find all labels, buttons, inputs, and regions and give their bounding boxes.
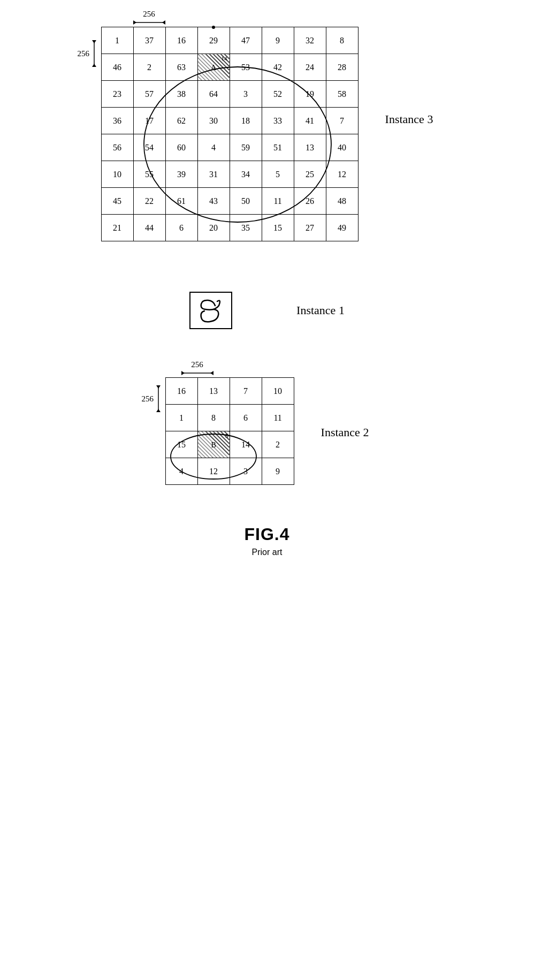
cell-4-4: 59 xyxy=(230,134,262,161)
i2-cell-1-1: 8 xyxy=(197,405,230,431)
cell-2-6: 19 xyxy=(294,81,326,108)
instance3-grid-container: 1 37 16 29 47 9 32 8 xyxy=(101,27,358,241)
fig4-title: FIG.4 xyxy=(244,525,289,544)
dot-marker xyxy=(212,26,215,29)
cell-1-1: 2 xyxy=(133,54,165,81)
i2-cell-0-0: 16 xyxy=(165,378,197,405)
i2-cell-3-0: 4 xyxy=(165,458,197,485)
cell-0-3-val: 29 xyxy=(209,36,218,45)
table-row: 21 44 6 20 35 15 27 49 xyxy=(101,215,358,241)
dim-top-arrow xyxy=(133,19,165,26)
svg-marker-1 xyxy=(133,20,136,25)
i2-cell-3-1: 12 xyxy=(197,458,230,485)
cell-1-6: 24 xyxy=(294,54,326,81)
cell-6-5: 11 xyxy=(262,188,294,215)
cell-3-5: 33 xyxy=(262,108,294,134)
i2-cell-2-2: 14 xyxy=(230,431,262,458)
instance2-grid-container: 16 13 7 10 1 8 6 11 xyxy=(165,377,294,485)
svg-marker-5 xyxy=(92,64,96,67)
cell-3-2: 62 xyxy=(165,108,197,134)
dim-top: 256 xyxy=(133,10,165,26)
table-row: 36 17 62 30 18 33 41 7 xyxy=(101,108,358,134)
cell-3-6: 41 xyxy=(294,108,326,134)
cell-0-2: 16 xyxy=(165,27,197,54)
cell-7-7: 49 xyxy=(326,215,358,241)
dim2-top: 256 xyxy=(181,360,213,377)
dim2-top-arrow xyxy=(181,369,213,377)
cell-1-3-label: A xyxy=(211,64,216,72)
cell-6-0: 45 xyxy=(101,188,133,215)
cell-3-0: 36 xyxy=(101,108,133,134)
instance2-label-container: Instance 2 xyxy=(321,426,369,439)
cell-0-7: 8 xyxy=(326,27,358,54)
cell-5-0: 10 xyxy=(101,161,133,188)
dim2-top-label: 256 xyxy=(191,360,203,369)
cell-0-4: 47 xyxy=(230,27,262,54)
i2-cell-0-1: 13 xyxy=(197,378,230,405)
cell-7-1: 44 xyxy=(133,215,165,241)
cell-1-2: 63 xyxy=(165,54,197,81)
i2-cell-1-0: 1 xyxy=(165,405,197,431)
instance2-grid-wrapper: 256 256 xyxy=(165,377,294,487)
svg-marker-8 xyxy=(181,371,185,375)
cell-0-6: 32 xyxy=(294,27,326,54)
cell-2-7: 58 xyxy=(326,81,358,108)
cell-1-3-num: 14 xyxy=(222,55,227,62)
cell-0-5: 9 xyxy=(262,27,294,54)
dim-top-label: 256 xyxy=(143,10,155,19)
cell-7-0: 21 xyxy=(101,215,133,241)
cell-4-2: 60 xyxy=(165,134,197,161)
cell-5-6: 25 xyxy=(294,161,326,188)
instance3-label-container: Instance 3 xyxy=(385,112,433,126)
cell-1-7: 28 xyxy=(326,54,358,81)
i2-cell-1-3: 11 xyxy=(262,405,294,431)
cell-7-6: 27 xyxy=(294,215,326,241)
cell-5-7: 12 xyxy=(326,161,358,188)
cell-6-1: 22 xyxy=(133,188,165,215)
svg-marker-11 xyxy=(156,385,161,389)
cell-6-4: 50 xyxy=(230,188,262,215)
cell-5-3: 31 xyxy=(197,161,230,188)
i2-cell-2-0: 15 xyxy=(165,431,197,458)
instance1-symbol xyxy=(195,296,227,325)
dim2-left-arrow xyxy=(155,385,162,412)
table-row: 23 57 38 64 3 52 19 58 xyxy=(101,81,358,108)
cell-4-7: 40 xyxy=(326,134,358,161)
cell-2-4: 3 xyxy=(230,81,262,108)
table-row: 1 8 6 11 xyxy=(165,405,294,431)
i2-cell-2-1-label: B xyxy=(211,441,216,449)
instance1-box xyxy=(189,292,232,329)
cell-0-0: 1 xyxy=(101,27,133,54)
table-row: 1 37 16 29 47 9 32 8 xyxy=(101,27,358,54)
table-row: 45 22 61 43 50 11 26 48 xyxy=(101,188,358,215)
instance2-section: 256 256 xyxy=(165,377,369,487)
instance1-label: Instance 1 xyxy=(296,303,345,317)
cell-4-1: 54 xyxy=(133,134,165,161)
svg-marker-9 xyxy=(210,371,213,375)
cell-3-1: 17 xyxy=(133,108,165,134)
cell-2-0: 23 xyxy=(101,81,133,108)
cell-4-5: 51 xyxy=(262,134,294,161)
fig4-section: FIG.4 Prior art xyxy=(244,525,289,557)
table-row: 46 2 63 A 14 53 42 24 28 xyxy=(101,54,358,81)
cell-5-5: 5 xyxy=(262,161,294,188)
dim2-left: 256 xyxy=(142,385,163,412)
cell-1-0: 46 xyxy=(101,54,133,81)
cell-4-0: 56 xyxy=(101,134,133,161)
cell-7-4: 35 xyxy=(230,215,262,241)
cell-5-4: 34 xyxy=(230,161,262,188)
dim-left: 256 xyxy=(78,40,98,67)
cell-6-2: 61 xyxy=(165,188,197,215)
instance2-label: Instance 2 xyxy=(321,426,369,439)
dim-left-arrow xyxy=(90,40,98,67)
svg-marker-2 xyxy=(162,20,165,25)
cell-0-1: 37 xyxy=(133,27,165,54)
fig4-subtitle: Prior art xyxy=(252,548,283,557)
table-row: 10 55 39 31 34 5 25 12 xyxy=(101,161,358,188)
instance3-section: 256 256 xyxy=(101,27,433,244)
table-row: 4 12 3 9 xyxy=(165,458,294,485)
cell-2-3: 64 xyxy=(197,81,230,108)
cell-0-3: 29 xyxy=(197,27,230,54)
svg-marker-12 xyxy=(156,409,161,412)
table-row: 16 13 7 10 xyxy=(165,378,294,405)
